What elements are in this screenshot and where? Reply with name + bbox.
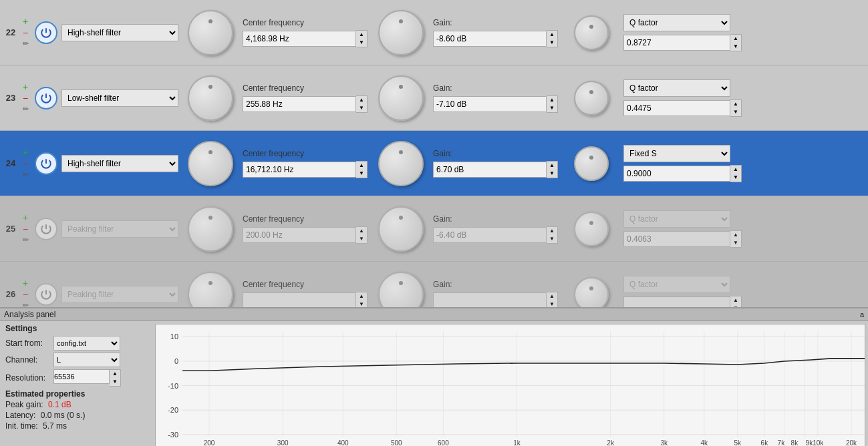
freq-down[interactable]: ▼	[356, 170, 367, 178]
edit-filter-button[interactable]: ✏	[23, 105, 29, 114]
edit-filter-button[interactable]: ✏	[23, 170, 29, 179]
gain-up[interactable]: ▲	[547, 31, 557, 39]
gain-knob-container	[374, 137, 428, 190]
gain-down[interactable]: ▼	[547, 170, 557, 178]
gain-down[interactable]: ▼	[547, 39, 557, 47]
freq-input[interactable]	[243, 162, 356, 178]
q-type-select[interactable]: Q factor	[623, 14, 730, 31]
gain-down[interactable]: ▼	[547, 235, 557, 243]
q-type-select[interactable]: Q factor	[623, 210, 730, 228]
pin-button[interactable]: a	[860, 310, 864, 318]
q-down[interactable]: ▼	[730, 304, 741, 308]
edit-filter-button[interactable]: ✏	[23, 39, 29, 48]
freq-down[interactable]: ▼	[356, 235, 367, 243]
q-type-select[interactable]: Fixed S	[623, 145, 730, 162]
gain-up[interactable]: ▲	[547, 162, 557, 170]
remove-filter-button[interactable]: −	[23, 93, 28, 103]
resolution-down[interactable]: ▼	[110, 378, 120, 386]
gain-input[interactable]	[433, 227, 547, 243]
q-up[interactable]: ▲	[730, 166, 741, 174]
gain-input[interactable]	[433, 31, 547, 47]
freq-knob[interactable]	[188, 75, 233, 121]
gain-up[interactable]: ▲	[547, 292, 557, 300]
q-type-select[interactable]: Q factor	[623, 276, 730, 293]
gain-up[interactable]: ▲	[547, 96, 557, 104]
start-from-select[interactable]: config.txt	[53, 336, 120, 351]
q-input[interactable]	[623, 231, 730, 247]
filter-type-select[interactable]: Peaking filter	[61, 220, 178, 238]
q-input[interactable]	[623, 100, 730, 116]
power-button[interactable]	[35, 218, 57, 240]
add-filter-button[interactable]: +	[23, 17, 28, 26]
q-up[interactable]: ▲	[730, 296, 741, 304]
q-knob[interactable]	[574, 81, 609, 116]
power-button[interactable]	[35, 87, 57, 109]
power-button[interactable]	[35, 283, 57, 306]
freq-down[interactable]: ▼	[356, 39, 367, 47]
q-up[interactable]: ▲	[730, 35, 741, 43]
remove-filter-button[interactable]: −	[23, 290, 28, 299]
gain-param-group: Gain: ▲ ▼	[433, 18, 558, 47]
freq-input[interactable]	[243, 31, 356, 47]
freq-knob[interactable]	[188, 206, 233, 252]
freq-up[interactable]: ▲	[356, 162, 367, 170]
gain-down[interactable]: ▼	[547, 300, 557, 308]
filter-type-select[interactable]: High-shelf filter	[61, 24, 178, 41]
gain-up[interactable]: ▲	[547, 227, 557, 235]
freq-down[interactable]: ▼	[356, 104, 367, 112]
freq-knob[interactable]	[188, 141, 233, 186]
gain-input[interactable]	[433, 292, 547, 308]
resolution-up[interactable]: ▲	[110, 370, 120, 378]
gain-down[interactable]: ▼	[547, 104, 557, 112]
freq-up[interactable]: ▲	[356, 292, 367, 300]
q-type-select[interactable]: Q factor	[623, 79, 730, 97]
gain-knob[interactable]	[378, 10, 424, 55]
add-filter-button[interactable]: +	[23, 213, 28, 222]
gain-knob[interactable]	[378, 272, 424, 308]
q-knob[interactable]	[574, 212, 609, 246]
freq-up[interactable]: ▲	[356, 227, 367, 235]
gain-input[interactable]	[433, 162, 547, 178]
power-button[interactable]	[35, 21, 57, 44]
freq-down[interactable]: ▼	[356, 300, 367, 308]
gain-knob[interactable]	[378, 75, 424, 121]
gain-knob[interactable]	[378, 141, 424, 186]
filter-type-select[interactable]: High-shelf filter	[61, 155, 178, 172]
freq-input[interactable]	[243, 227, 356, 243]
edit-filter-button[interactable]: ✏	[23, 236, 29, 244]
add-filter-button[interactable]: +	[23, 148, 28, 157]
q-input[interactable]	[623, 166, 730, 182]
q-down[interactable]: ▼	[730, 43, 741, 51]
add-filter-button[interactable]: +	[23, 278, 28, 288]
filter-type-select[interactable]: Peaking filter	[61, 286, 178, 303]
q-input[interactable]	[623, 35, 730, 51]
gain-knob[interactable]	[378, 206, 424, 252]
edit-filter-button[interactable]: ✏	[23, 301, 29, 307]
freq-input[interactable]	[243, 96, 356, 112]
freq-up[interactable]: ▲	[356, 96, 367, 104]
q-knob[interactable]	[574, 15, 609, 50]
add-filter-button[interactable]: +	[23, 82, 28, 91]
q-up[interactable]: ▲	[730, 100, 741, 108]
freq-param-group: Center frequency ▲ ▼	[243, 280, 368, 308]
remove-filter-button[interactable]: −	[23, 28, 28, 37]
resolution-input[interactable]: 65536	[53, 369, 110, 384]
q-down[interactable]: ▼	[730, 239, 741, 247]
remove-filter-button[interactable]: −	[23, 224, 28, 234]
remove-filter-button[interactable]: −	[23, 159, 28, 168]
filter-type-select[interactable]: Low-shelf filter	[61, 89, 178, 107]
gain-input[interactable]	[433, 96, 547, 112]
freq-knob[interactable]	[188, 272, 233, 308]
svg-text:6k: 6k	[761, 439, 769, 446]
channel-select[interactable]: L	[53, 353, 120, 367]
q-down[interactable]: ▼	[730, 174, 741, 182]
q-knob[interactable]	[574, 277, 609, 308]
q-input[interactable]	[623, 296, 730, 308]
power-button[interactable]	[35, 152, 57, 175]
freq-knob[interactable]	[188, 10, 233, 55]
freq-input[interactable]	[243, 292, 356, 308]
q-down[interactable]: ▼	[730, 108, 741, 116]
freq-up[interactable]: ▲	[356, 31, 367, 39]
q-knob[interactable]	[574, 146, 609, 181]
q-up[interactable]: ▲	[730, 231, 741, 239]
